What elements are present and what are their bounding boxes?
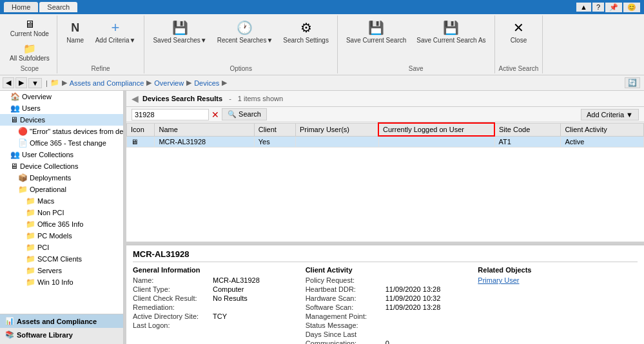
nav-down-button[interactable]: ▼ xyxy=(28,78,42,88)
sidebar-item-win10-info[interactable]: 📁 Win 10 Info xyxy=(0,276,123,288)
nav-path-assets[interactable]: Assets and Compliance xyxy=(70,79,144,87)
sidebar-item-macs[interactable]: 📁 Macs xyxy=(0,195,123,207)
error-status-label: "Error" status devices from deploying "O xyxy=(30,128,123,135)
sidebar-item-office365-info[interactable]: 📁 Office 365 Info xyxy=(0,218,123,230)
search-settings-button[interactable]: ⚙ Search Settings xyxy=(278,17,333,46)
ribbon-group-save: 💾 Save Current Search 💾 Save Current Sea… xyxy=(338,15,495,73)
sidebar-item-servers[interactable]: 📁 Servers xyxy=(0,265,123,276)
add-criteria-icon: + xyxy=(106,19,124,37)
options-group-label: Options xyxy=(229,65,251,72)
col-primary-user-header[interactable]: Primary User(s) xyxy=(295,123,378,136)
collapse-results-button[interactable]: ◀ xyxy=(132,93,139,104)
ribbon-group-refine: N Name + Add Criteria▼ Refine xyxy=(57,15,145,73)
tab-search[interactable]: Search xyxy=(39,2,77,12)
sidebar-bottom-monitoring[interactable]: 📈 Monitoring xyxy=(0,341,123,344)
detail-row-primary-user: Primary User xyxy=(478,276,638,284)
search-input[interactable] xyxy=(132,109,209,120)
related-objects-title: Related Objects xyxy=(478,266,638,274)
nav-path-overview[interactable]: Overview xyxy=(154,79,184,87)
primary-user-link[interactable]: Primary User xyxy=(478,276,519,284)
sidebar-item-user-collections[interactable]: 👥 User Collections xyxy=(0,149,123,160)
sidebar-item-operational[interactable]: 📁 Operational xyxy=(0,184,123,195)
sidebar-item-deployments[interactable]: 📦 Deployments xyxy=(0,172,123,184)
tab-home[interactable]: Home xyxy=(4,2,38,12)
nav-bar: ◀ ▶ ▼ | 📁 ▶ Assets and Compliance ▶ Over… xyxy=(0,75,644,91)
refine-add-criteria-button[interactable]: + Add Criteria▼ xyxy=(91,17,141,46)
detail-row-days-since: Days Since Last xyxy=(306,330,465,338)
non-pci-label: Non PCI xyxy=(37,209,64,216)
sidebar-item-users[interactable]: 👥 Users xyxy=(0,102,123,114)
sidebar-item-overview[interactable]: 🏠 Overview xyxy=(0,91,123,102)
sidebar-bottom-assets[interactable]: 📊 Assets and Compliance xyxy=(0,314,123,328)
help-button[interactable]: ? xyxy=(592,3,604,12)
client-activity-col: Client Activity Policy Request: Heartbea… xyxy=(306,266,465,344)
heartbeat-label: Heartbeat DDR: xyxy=(306,285,383,293)
hardware-label: Hardware Scan: xyxy=(306,294,383,302)
client-type-value: Computer xyxy=(213,285,244,293)
sccm-clients-icon: 📁 xyxy=(26,254,35,263)
detail-row-last-logon: Last Logon: xyxy=(133,321,293,329)
search-clear-button[interactable]: ✕ xyxy=(211,110,219,120)
refine-name-button[interactable]: N Name xyxy=(61,17,90,46)
save-current-label: Save Current Search xyxy=(346,37,406,44)
sidebar-item-office365-test[interactable]: 📄 Office 365 - Test change xyxy=(0,137,123,149)
sidebar-bottom-software[interactable]: 📚 Software Library xyxy=(0,328,123,341)
search-go-button[interactable]: 🔍 Search xyxy=(222,108,267,120)
col-site-code-header[interactable]: Site Code xyxy=(494,123,561,136)
col-icon-header[interactable]: Icon xyxy=(127,123,155,136)
policy-label: Policy Request: xyxy=(306,276,383,284)
device-row-icon: 🖥 xyxy=(131,138,138,146)
add-criteria-bar-button[interactable]: Add Criteria ▼ xyxy=(581,109,639,120)
save-current-as-button[interactable]: 💾 Save Current Search As xyxy=(412,17,490,46)
content-area: ◀ Devices Search Results - 1 items shown… xyxy=(126,91,644,344)
devices-icon: 🖥 xyxy=(10,115,18,124)
scope-all-subfolders-button[interactable]: 📁 All Subfolders xyxy=(6,41,53,64)
save-current-search-button[interactable]: 💾 Save Current Search xyxy=(342,17,411,46)
pin-button[interactable]: 📌 xyxy=(605,3,622,12)
scope-current-node-button[interactable]: 🖥 Current Node xyxy=(6,17,53,39)
device-collections-icon: 🖥 xyxy=(10,162,18,171)
current-node-icon: 🖥 xyxy=(24,19,35,30)
close-search-button[interactable]: ✕ Close xyxy=(504,17,532,46)
sidebar-item-devices[interactable]: 🖥 Devices xyxy=(0,114,123,126)
minimize-button[interactable]: ▲ xyxy=(576,3,591,12)
sidebar-item-device-collections[interactable]: 🖥 Device Collections xyxy=(0,160,123,172)
sidebar-item-pc-models[interactable]: 📁 PC Models xyxy=(0,230,123,242)
office365-info-icon: 📁 xyxy=(26,220,35,229)
recent-searches-button[interactable]: 🕐 Recent Searches▼ xyxy=(213,17,278,46)
operational-label: Operational xyxy=(30,186,66,193)
refine-group-label: Refine xyxy=(92,65,110,72)
nav-back-button[interactable]: ◀ xyxy=(3,77,14,88)
sidebar-item-error-status[interactable]: 🔴 "Error" status devices from deploying … xyxy=(0,126,123,137)
servers-label: Servers xyxy=(37,267,62,274)
sidebar: 🏠 Overview 👥 Users 🖥 Devices 🔴 "Error" s… xyxy=(0,91,124,344)
nav-forward-button[interactable]: ▶ xyxy=(15,77,27,88)
active-search-group-label: Active Search xyxy=(499,65,539,72)
search-settings-icon: ⚙ xyxy=(297,19,315,37)
sccm-clients-label: SCCM Clients xyxy=(37,255,82,263)
communication-value: 0 xyxy=(385,339,389,344)
sidebar-item-non-pci[interactable]: 📁 Non PCI xyxy=(0,207,123,218)
title-bar-tabs: Home Search xyxy=(4,2,77,12)
macs-icon: 📁 xyxy=(26,196,35,205)
row-primary-user xyxy=(295,136,378,147)
current-node-label: Current Node xyxy=(10,30,49,37)
sidebar-item-pci[interactable]: 📁 PCI xyxy=(0,242,123,253)
col-client-activity-header[interactable]: Client Activity xyxy=(561,123,644,136)
title-bar: Home Search ▲ ? 📌 😊 xyxy=(0,0,644,14)
nav-path-devices[interactable]: Devices xyxy=(194,79,219,87)
nav-refresh-button[interactable]: 🔄 xyxy=(625,77,640,88)
ribbon: 🖥 Current Node 📁 All Subfolders Scope N … xyxy=(0,14,644,75)
nav-path-sep3: ▶ xyxy=(222,79,227,87)
smiley-button[interactable]: 😊 xyxy=(623,3,640,12)
detail-row-hardware: Hardware Scan: 11/09/2020 10:32 xyxy=(306,294,465,302)
ribbon-active-search-items: ✕ Close xyxy=(504,17,532,64)
col-logged-on-header[interactable]: Currently Logged on User xyxy=(378,123,494,136)
sidebar-item-sccm-clients[interactable]: 📁 SCCM Clients xyxy=(0,253,123,265)
assets-bottom-label: Assets and Compliance xyxy=(17,318,97,325)
col-name-header[interactable]: Name xyxy=(155,123,254,136)
saved-searches-button[interactable]: 💾 Saved Searches▼ xyxy=(148,17,211,46)
table-row[interactable]: 🖥 MCR-AL31928 Yes AT1 Active xyxy=(127,136,644,147)
saved-searches-label: Saved Searches▼ xyxy=(153,37,206,44)
col-client-header[interactable]: Client xyxy=(254,123,295,136)
